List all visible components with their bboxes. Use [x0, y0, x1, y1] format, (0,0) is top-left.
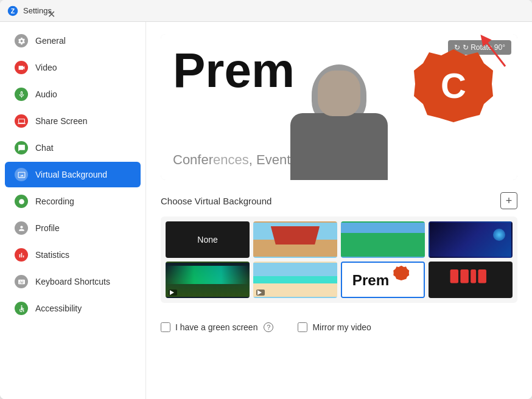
preview-brand-text: Prem [173, 46, 295, 95]
background-thumb-none[interactable]: None [166, 221, 250, 258]
sidebar-item-virtual-background[interactable]: Virtual Background [5, 162, 141, 187]
background-thumb-aurora[interactable] [166, 262, 250, 298]
sidebar-item-profile[interactable]: Profile [5, 215, 141, 241]
share-screen-icon [15, 114, 28, 128]
background-thumb-beach[interactable] [253, 262, 337, 298]
sidebar-item-general[interactable]: General [5, 28, 141, 54]
add-icon: + [506, 195, 513, 207]
audio-icon [15, 88, 28, 101]
virtual-background-icon [15, 168, 28, 181]
general-icon [15, 34, 28, 47]
svg-text:C: C [441, 66, 466, 105]
svg-rect-13 [450, 269, 458, 283]
premc-badge: C [414, 46, 493, 128]
sidebar-label-virtual-background: Virtual Background [35, 170, 107, 179]
footer-options: I have a green screen ? Mirror my video [161, 322, 517, 332]
backgrounds-grid: None [161, 217, 517, 303]
svg-marker-8 [170, 290, 174, 295]
green-screen-checkbox[interactable] [161, 322, 170, 332]
background-thumb-grass[interactable] [341, 221, 425, 258]
help-icon[interactable]: ? [264, 322, 273, 332]
sidebar-label-chat: Chat [35, 143, 54, 153]
video-icon [15, 61, 28, 74]
content-area: General Video Audio Share [0, 22, 532, 399]
svg-text:Z: Z [11, 7, 15, 14]
sidebar-label-video: Video [35, 63, 57, 72]
svg-rect-14 [460, 269, 468, 283]
svg-marker-9 [257, 290, 262, 295]
sidebar-item-share-screen[interactable]: Share Screen [5, 108, 141, 134]
sidebar-label-recording: Recording [35, 196, 74, 206]
accessibility-icon [15, 302, 28, 315]
settings-window: Z Settings ✕ General Video [0, 0, 532, 399]
sidebar-label-statistics: Statistics [35, 250, 69, 260]
svg-rect-15 [471, 269, 476, 283]
svg-text:Prem: Prem [352, 272, 390, 288]
background-thumb-bridge[interactable] [253, 221, 337, 258]
sidebar-item-accessibility[interactable]: Accessibility [5, 296, 141, 321]
main-content: Prem Conferences, Events & Workshops [146, 22, 532, 399]
keyboard-icon [15, 275, 28, 288]
background-thumb-red-logo[interactable] [429, 262, 513, 298]
sidebar: General Video Audio Share [0, 22, 146, 399]
svg-point-3 [21, 305, 22, 307]
sidebar-item-keyboard-shortcuts[interactable]: Keyboard Shortcuts [5, 269, 141, 294]
sidebar-item-statistics[interactable]: Statistics [5, 242, 141, 268]
svg-point-2 [19, 199, 24, 204]
profile-icon [15, 221, 28, 235]
preview-person-silhouette [284, 58, 394, 180]
app-icon: Z [7, 5, 18, 16]
virtual-background-preview: Prem Conferences, Events & Workshops [161, 34, 517, 180]
svg-rect-16 [478, 269, 486, 283]
video-indicator-beach [256, 290, 265, 296]
mirror-video-option[interactable]: Mirror my video [298, 322, 371, 332]
close-icon: ✕ [47, 9, 55, 20]
video-indicator-aurora [169, 290, 177, 296]
green-screen-label: I have a green screen [175, 322, 257, 332]
sidebar-label-audio: Audio [35, 89, 57, 99]
add-background-button[interactable]: + [500, 192, 517, 209]
recording-icon [15, 195, 28, 208]
sidebar-label-keyboard-shortcuts: Keyboard Shortcuts [35, 277, 110, 286]
virtual-background-section-header: Choose Virtual Background + [161, 192, 517, 209]
sidebar-label-general: General [35, 36, 66, 46]
sidebar-item-recording[interactable]: Recording [5, 189, 141, 214]
green-screen-option[interactable]: I have a green screen ? [161, 322, 273, 332]
svg-marker-11 [393, 266, 409, 280]
mirror-video-checkbox[interactable] [298, 322, 307, 332]
chat-icon [15, 141, 28, 154]
sidebar-item-audio[interactable]: Audio [5, 82, 141, 107]
sidebar-label-accessibility: Accessibility [35, 304, 82, 313]
sidebar-item-video[interactable]: Video [5, 55, 141, 80]
sidebar-label-profile: Profile [35, 223, 60, 233]
background-thumb-premc[interactable]: Prem C [341, 262, 425, 298]
close-button[interactable]: ✕ [44, 7, 59, 21]
sidebar-label-share-screen: Share Screen [35, 116, 88, 126]
section-title: Choose Virtual Background [161, 196, 271, 206]
background-thumb-space[interactable] [429, 221, 513, 258]
titlebar: Z Settings ✕ [0, 0, 532, 22]
svg-text:C: C [408, 272, 416, 285]
statistics-icon [15, 248, 28, 262]
sidebar-item-chat[interactable]: Chat [5, 135, 141, 161]
mirror-video-label: Mirror my video [312, 322, 371, 332]
